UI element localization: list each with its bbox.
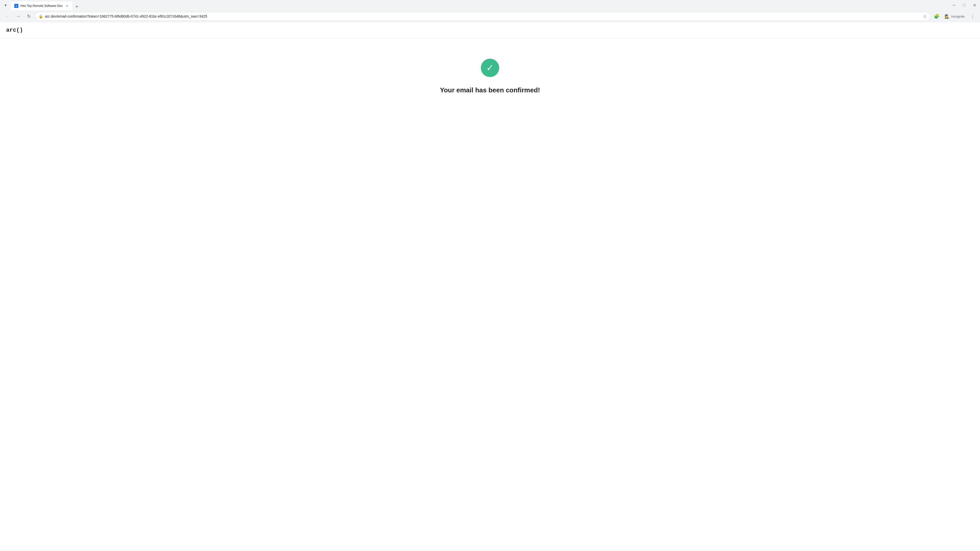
site-logo: arc() <box>6 27 974 33</box>
forward-button[interactable]: → <box>14 12 22 21</box>
browser-menu-button[interactable]: ⋮ <box>968 12 977 21</box>
window-controls: ─ □ ✕ <box>950 2 978 9</box>
nav-bar: ← → ↻ 🔒 arc.dev/email-confirmation?token… <box>0 10 980 22</box>
incognito-badge: 🕵 Incognito <box>942 13 967 20</box>
incognito-label: Incognito <box>951 14 965 18</box>
nav-right-icons: 🧩 🕵 Incognito ⋮ <box>932 12 977 21</box>
browser-chrome: ▾ a Hire Top Remote Software Dev × + ─ □ <box>0 0 980 22</box>
title-bar: ▾ a Hire Top Remote Software Dev × + ─ □ <box>0 0 980 10</box>
success-circle: ✓ <box>481 59 499 77</box>
tab-title: Hire Top Remote Software Dev <box>21 4 62 8</box>
back-button[interactable]: ← <box>3 12 12 21</box>
site-header: arc() <box>0 22 980 38</box>
url-text: arc.dev/email-confirmation?token=1662775… <box>45 14 921 18</box>
main-content: ✓ Your email has been confirmed! <box>0 38 980 94</box>
address-bar[interactable]: 🔒 arc.dev/email-confirmation?token=16627… <box>35 12 930 21</box>
active-tab[interactable]: a Hire Top Remote Software Dev × <box>11 2 72 10</box>
tab-close-button[interactable]: × <box>65 3 69 8</box>
success-icon-wrapper: ✓ <box>481 59 499 77</box>
bookmark-icon[interactable]: ☆ <box>923 14 927 19</box>
new-tab-button[interactable]: + <box>73 3 80 10</box>
tab-favicon: a <box>14 4 18 8</box>
minimize-button[interactable]: ─ <box>950 2 958 9</box>
reload-button[interactable]: ↻ <box>24 12 33 21</box>
incognito-icon: 🕵 <box>945 14 950 19</box>
extensions-button[interactable]: 🧩 <box>932 12 941 21</box>
close-window-button[interactable]: ✕ <box>971 2 978 9</box>
page-content: arc() ✓ Your email has been confirmed! <box>0 22 980 551</box>
puzzle-icon: 🧩 <box>934 14 939 19</box>
tab-strip: a Hire Top Remote Software Dev × + <box>11 0 948 10</box>
checkmark-icon: ✓ <box>486 63 494 73</box>
tab-list-arrow-button[interactable]: ▾ <box>2 2 9 9</box>
confirmation-message: Your email has been confirmed! <box>440 86 540 94</box>
maximize-button[interactable]: □ <box>961 2 968 9</box>
lock-icon: 🔒 <box>38 14 43 18</box>
